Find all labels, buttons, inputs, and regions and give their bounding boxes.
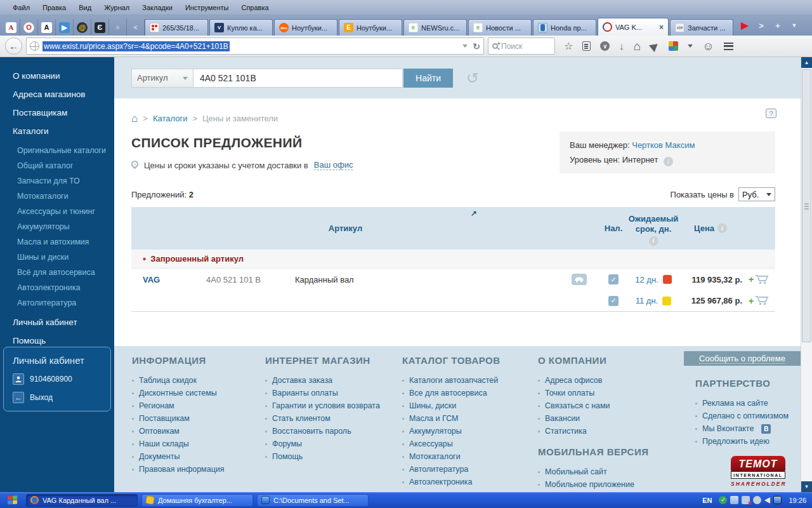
- footer-link[interactable]: Дисконтные системы: [132, 387, 265, 399]
- overflow-caret-icon[interactable]: [688, 44, 693, 48]
- footer-link[interactable]: Адреса офисов: [538, 374, 695, 387]
- tab-honda[interactable]: Honda пр...: [533, 19, 596, 36]
- footer-link[interactable]: Доставка заказа: [265, 374, 402, 387]
- downloads-icon[interactable]: ↓: [619, 41, 624, 51]
- update-icon[interactable]: [753, 496, 761, 504]
- sidebar-sub-batteries[interactable]: Аккумуляторы: [0, 219, 114, 234]
- menu-view[interactable]: Вид: [72, 4, 98, 11]
- col-article[interactable]: Артикул ↗: [131, 207, 560, 250]
- sidebar-sub-accessories[interactable]: Аксессуары и тюнинг: [0, 204, 114, 219]
- office-link[interactable]: Ваш офис: [314, 160, 353, 170]
- menu-tools[interactable]: Инструменты: [179, 4, 235, 11]
- new-tab-button[interactable]: +: [770, 18, 785, 33]
- brand-link[interactable]: VAG: [131, 275, 206, 284]
- home-icon[interactable]: ⌂: [634, 40, 641, 52]
- car-icon[interactable]: [572, 274, 587, 285]
- currency-select[interactable]: Руб.: [738, 187, 775, 201]
- sidebar-sub-moto[interactable]: Мотокаталоги: [0, 189, 114, 204]
- url-bar[interactable]: www.exist.ru/price.aspx?sr=-4&pcode=4A0+…: [26, 37, 484, 55]
- sidebar-sub-autoservice[interactable]: Всё для автосервиса: [0, 265, 114, 280]
- footer-link[interactable]: Варианты оплаты: [265, 387, 402, 399]
- col-availability[interactable]: Нал.: [599, 207, 628, 250]
- tab-close-icon[interactable]: ×: [659, 23, 664, 32]
- footer-link-vk[interactable]: Мы ВконтактеВ: [695, 422, 801, 435]
- tab-vag-active[interactable]: VAG K...×: [598, 18, 669, 36]
- taskbar-task-firefox[interactable]: VAG Карданный вал ...: [26, 494, 138, 507]
- tab-buy[interactable]: VКуплю ка...: [209, 19, 273, 36]
- footer-link[interactable]: Аккумуляторы: [402, 425, 538, 438]
- footer-link[interactable]: Точки оплаты: [538, 387, 695, 399]
- security-shield-icon[interactable]: ✓: [719, 496, 727, 504]
- search-category-select[interactable]: Артикул: [131, 69, 193, 88]
- sidebar-item-catalogs[interactable]: Каталоги: [0, 122, 114, 140]
- language-indicator[interactable]: EN: [702, 497, 712, 504]
- menu-help[interactable]: Справка: [235, 4, 275, 11]
- footer-link[interactable]: Каталоги автозапчастей: [402, 374, 538, 387]
- info-icon[interactable]: i: [649, 236, 658, 246]
- footer-link[interactable]: Поставщикам: [132, 412, 265, 425]
- footer-link[interactable]: Наши склады: [132, 438, 265, 450]
- bookmark-star-icon[interactable]: ☆: [564, 41, 573, 51]
- menu-file[interactable]: Файл: [6, 4, 36, 11]
- tab-scroll-left-button[interactable]: <: [127, 19, 145, 36]
- taskbar-task-accounting[interactable]: Домашняя бухгалтер...: [141, 494, 253, 507]
- taskbar-task-explorer[interactable]: C:\Documents and Set...: [257, 494, 369, 507]
- tab-newsru[interactable]: ≡NEWSru.c...: [403, 19, 467, 36]
- share-icon[interactable]: [649, 40, 660, 51]
- breadcrumb-catalogs[interactable]: Каталоги: [153, 114, 188, 123]
- col-price[interactable]: Цена i: [679, 207, 742, 250]
- url-text[interactable]: www.exist.ru/price.aspx?sr=-4&pcode=4A0+…: [43, 41, 230, 51]
- tab-scroll-right-button[interactable]: >: [754, 18, 769, 33]
- sidebar-sub-original-catalogs[interactable]: Оригинальные каталоги: [0, 143, 114, 158]
- scroll-down-button[interactable]: ▼: [801, 481, 812, 492]
- part-number-input[interactable]: [193, 69, 403, 88]
- sidebar-sub-oils[interactable]: Масла и автохимия: [0, 234, 114, 250]
- footer-link[interactable]: Все для автосервиса: [402, 387, 538, 399]
- cabinet-account-row[interactable]: 9104608900: [13, 373, 110, 385]
- pinned-tab-a-red[interactable]: A: [3, 19, 20, 36]
- wireless-icon[interactable]: [730, 496, 738, 504]
- footer-link[interactable]: Вакансии: [538, 412, 695, 425]
- sidebar-item-about[interactable]: О компании: [0, 67, 114, 85]
- sidebar-sub-literature[interactable]: Автолитература: [0, 295, 114, 311]
- sidebar-item-addresses[interactable]: Адреса магазинов: [0, 85, 114, 104]
- menu-icon[interactable]: [724, 43, 733, 50]
- footer-link[interactable]: Статистика: [538, 425, 695, 438]
- pinned-tab-opera[interactable]: O: [20, 19, 38, 36]
- scrollbar-thumb[interactable]: [802, 69, 811, 342]
- footer-link[interactable]: Связаться с нами: [538, 399, 695, 412]
- start-button[interactable]: [0, 492, 24, 508]
- footer-link[interactable]: Автоэлектроника: [402, 476, 538, 488]
- footer-link[interactable]: Стать клиентом: [265, 412, 402, 425]
- footer-link[interactable]: Сделано с оптимизмом: [695, 410, 801, 422]
- sidebar-item-suppliers[interactable]: Поставщикам: [0, 104, 114, 122]
- network-error-icon[interactable]: [742, 496, 750, 504]
- checkbox-checked-icon[interactable]: ✓: [608, 296, 619, 306]
- menu-edit[interactable]: Правка: [36, 4, 72, 11]
- footer-link[interactable]: Регионам: [132, 399, 265, 412]
- bookmarks-menu-icon[interactable]: [582, 41, 591, 51]
- footer-link[interactable]: Мобильный сайт: [538, 465, 695, 478]
- vertical-scrollbar[interactable]: ▲ ▼: [801, 57, 812, 492]
- sidebar-item-cabinet[interactable]: Личный кабинет: [0, 313, 114, 331]
- footer-link[interactable]: Помощь: [265, 450, 402, 463]
- pinned-tab-a-black[interactable]: A: [38, 19, 56, 36]
- find-button[interactable]: Найти: [403, 69, 453, 88]
- pocket-icon[interactable]: ∨: [600, 41, 610, 51]
- sidebar-sub-general-catalog[interactable]: Общий каталог: [0, 158, 114, 173]
- tab-tires[interactable]: 265/35/18...: [145, 19, 208, 36]
- footer-link[interactable]: Восстановить пароль: [265, 425, 402, 438]
- footer-link[interactable]: Оптовикам: [132, 425, 265, 438]
- tab-list-caret-icon[interactable]: ▼: [787, 18, 802, 33]
- tab-overflow-icon[interactable]: ▶: [737, 18, 752, 33]
- pinned-tab-play[interactable]: ▶: [56, 19, 74, 36]
- add-to-cart-button[interactable]: +: [742, 295, 775, 306]
- sidebar-sub-to-parts[interactable]: Запчасти для ТО: [0, 173, 114, 189]
- pinned-tab-disabled[interactable]: ×: [109, 19, 127, 36]
- browser-search-box[interactable]: + Поиск: [488, 37, 555, 55]
- footer-link[interactable]: Гарантии и условия возврата: [265, 399, 402, 412]
- menu-bookmarks[interactable]: Закладки: [136, 4, 179, 11]
- footer-link[interactable]: Правовая информация: [132, 463, 265, 476]
- tab-news[interactable]: ≡Новости ...: [468, 19, 532, 36]
- footer-link[interactable]: Аксессуары: [402, 438, 538, 450]
